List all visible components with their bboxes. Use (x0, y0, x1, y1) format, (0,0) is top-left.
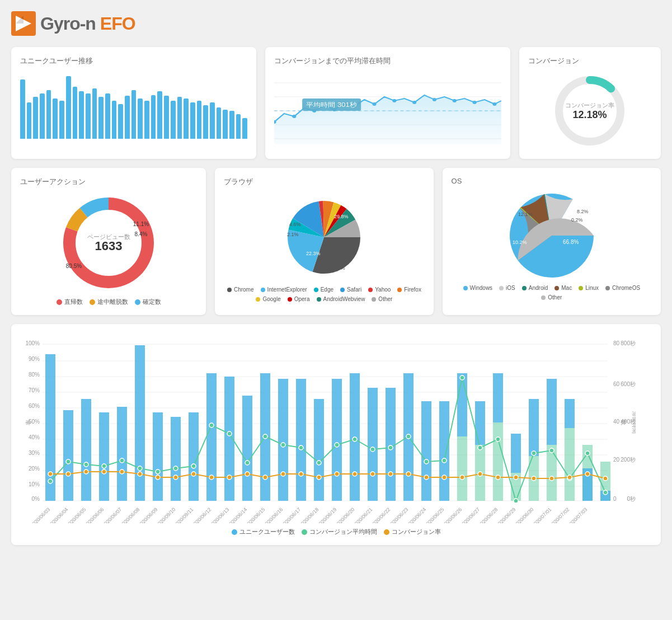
svg-text:2020/09/10: 2020/09/10 (154, 506, 176, 523)
dashboard: ユニークユーザー推移 コンバージョンまでの平均滞在時間 (11, 47, 661, 545)
bar (98, 97, 104, 139)
google-dot (256, 297, 260, 302)
svg-text:2020/06/30: 2020/06/30 (513, 506, 534, 523)
svg-point-155 (84, 469, 88, 474)
svg-text:8.4%: 8.4% (135, 231, 148, 237)
bar (171, 101, 176, 139)
svg-rect-104 (457, 373, 467, 436)
bar (210, 102, 215, 139)
svg-point-166 (281, 472, 285, 476)
other-browser-dot (372, 297, 376, 302)
opera-label: Opera (294, 296, 310, 302)
svg-text:率: 率 (25, 420, 31, 425)
bar (79, 91, 84, 139)
svg-point-130 (209, 423, 214, 428)
windows-label: Windows (470, 285, 493, 291)
svg-point-173 (406, 472, 411, 476)
os-legend: Windows iOS Android Mac Linux (452, 285, 652, 300)
svg-text:2020/06/27: 2020/06/27 (459, 506, 481, 523)
svg-rect-114 (547, 379, 557, 445)
svg-text:2020/06/22: 2020/06/22 (369, 506, 391, 523)
svg-point-141 (406, 434, 411, 439)
svg-text:2.1%: 2.1% (287, 232, 299, 237)
svg-rect-83 (99, 412, 109, 501)
svg-text:8.2%: 8.2% (577, 209, 589, 214)
legend-item-confirmed: 確定数 (135, 298, 161, 306)
svg-text:10.2%: 10.2% (513, 239, 527, 245)
unique-users-dot (232, 529, 237, 535)
svg-point-136 (317, 461, 321, 465)
svg-point-156 (102, 469, 106, 474)
svg-point-17 (433, 98, 436, 101)
bar (73, 87, 78, 139)
avg-time-title: コンバージョンまでの平均滞在時間 (274, 56, 501, 66)
legend-mac: Mac (554, 285, 572, 291)
svg-text:2020/06/03: 2020/06/03 (29, 506, 51, 523)
midway-label: 途中離脱数 (97, 298, 128, 306)
svg-point-179 (514, 475, 518, 480)
svg-text:平均時間 301秒: 平均時間 301秒 (306, 101, 357, 109)
svg-point-152 (603, 490, 608, 495)
bar (125, 96, 130, 139)
svg-rect-102 (439, 401, 449, 501)
bar (217, 107, 222, 139)
logo-text: Gyro-n EFO (40, 13, 135, 34)
svg-point-124 (102, 464, 106, 468)
svg-rect-94 (296, 379, 306, 501)
svg-point-180 (532, 476, 536, 481)
svg-text:40: 40 (613, 419, 620, 425)
svg-point-140 (388, 445, 393, 450)
svg-point-134 (281, 443, 285, 447)
svg-text:23.7%: 23.7% (331, 265, 345, 271)
legend-chrome: Chrome (227, 286, 254, 293)
bar (105, 93, 110, 139)
svg-point-143 (442, 458, 447, 463)
legend-opera: Opera (288, 296, 310, 302)
svg-text:2020/06/23: 2020/06/23 (387, 506, 409, 523)
svg-text:2020/06/14: 2020/06/14 (226, 506, 248, 523)
ie-label: InternetExplorer (267, 286, 307, 293)
svg-rect-98 (368, 388, 378, 501)
midway-dot (90, 299, 95, 305)
user-action-donut: ページビュー数 1633 11.1% 8.4% 80.5% (58, 192, 159, 293)
svg-text:2020/06/21: 2020/06/21 (351, 506, 373, 523)
google-label: Google (262, 296, 280, 302)
svg-text:100%: 100% (25, 340, 40, 346)
svg-text:2020/06/29: 2020/06/29 (495, 506, 516, 523)
svg-rect-85 (135, 345, 145, 501)
confirmed-label: 確定数 (143, 298, 161, 306)
svg-point-178 (496, 475, 500, 480)
os-card: OS (443, 168, 661, 315)
bar (190, 102, 195, 139)
bar (177, 97, 182, 139)
windows-dot (463, 286, 468, 290)
svg-point-153 (48, 472, 53, 476)
avg-time-chart: 平均時間 301秒 (274, 72, 501, 144)
legend-windows: Windows (463, 285, 493, 291)
svg-point-176 (460, 475, 464, 480)
svg-rect-88 (189, 412, 199, 501)
svg-text:12.1%: 12.1% (518, 212, 533, 217)
svg-point-133 (263, 434, 267, 439)
svg-text:1633: 1633 (95, 239, 123, 253)
svg-point-121 (48, 479, 53, 483)
svg-text:2020/06/06: 2020/06/06 (83, 506, 105, 523)
svg-text:20%: 20% (29, 466, 40, 472)
svg-point-151 (585, 451, 590, 455)
svg-text:2020/06/15: 2020/06/15 (244, 506, 266, 523)
svg-point-159 (156, 475, 160, 480)
svg-point-135 (299, 445, 303, 450)
svg-text:80.5%: 80.5% (66, 263, 82, 269)
svg-rect-81 (63, 410, 73, 501)
user-action-card: ユーザーアクション ページビュー数 1633 11.1% 8.4% 80.5% (11, 168, 206, 315)
bar (27, 102, 32, 139)
conv-avg-time-label: コンバージョン平均時間 (309, 528, 377, 536)
ios-label: iOS (506, 285, 515, 291)
linux-label: Linux (585, 285, 599, 291)
bar (242, 118, 247, 139)
svg-rect-87 (171, 417, 181, 501)
bar (203, 105, 208, 139)
svg-point-163 (227, 475, 232, 480)
svg-point-139 (370, 447, 375, 452)
svg-point-160 (173, 475, 178, 480)
